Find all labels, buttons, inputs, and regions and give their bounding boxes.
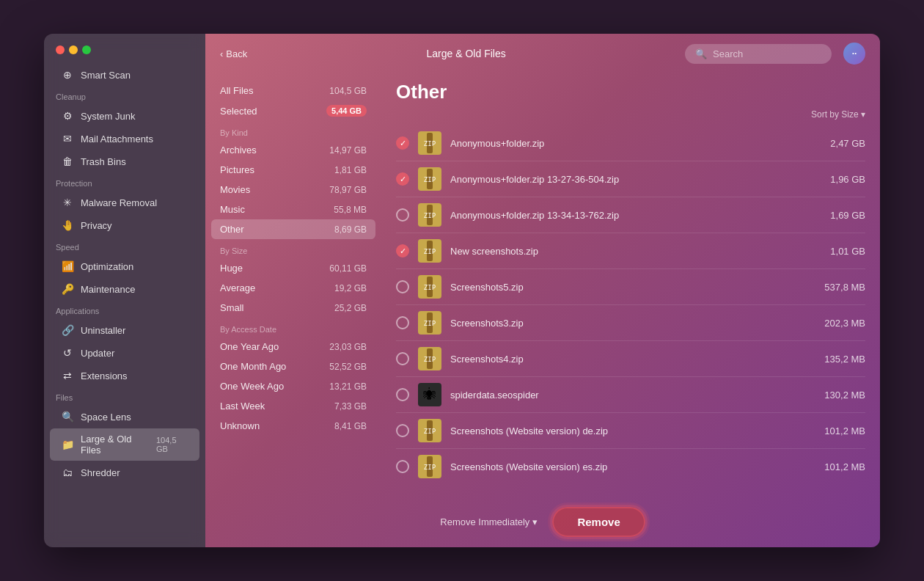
- average-row[interactable]: Average 19,2 GB: [205, 278, 381, 298]
- file-checkbox[interactable]: [396, 136, 409, 150]
- back-button[interactable]: ‹ Back: [220, 48, 247, 59]
- file-size: 101,2 MB: [814, 425, 865, 436]
- sidebar-item-extensions[interactable]: ⇄ Extensions: [50, 365, 199, 387]
- file-checkbox[interactable]: [396, 388, 409, 401]
- file-row[interactable]: 🕷 spiderdata.seospider 130,2 MB: [396, 377, 865, 413]
- sidebar-item-privacy[interactable]: 🤚 Privacy: [50, 214, 199, 236]
- system-junk-icon: ⚙: [62, 110, 73, 122]
- file-row[interactable]: ZIP Screenshots (Website version) es.zip…: [396, 449, 865, 484]
- file-icon: ZIP: [418, 167, 441, 191]
- file-checkbox[interactable]: [396, 172, 409, 186]
- file-checkbox[interactable]: [396, 424, 409, 437]
- left-panel: All Files 104,5 GB Selected 5,44 GB By K…: [205, 73, 381, 497]
- file-name: Screenshots5.zip: [450, 282, 805, 293]
- close-button[interactable]: [56, 45, 65, 54]
- sidebar-item-mail-attachments[interactable]: ✉ Mail Attachments: [50, 128, 199, 150]
- search-input[interactable]: [713, 48, 823, 59]
- file-size: 101,2 MB: [814, 461, 865, 472]
- huge-row[interactable]: Huge 60,11 GB: [205, 258, 381, 278]
- all-files-row[interactable]: All Files 104,5 GB: [205, 81, 381, 101]
- file-checkbox[interactable]: [396, 352, 409, 365]
- sidebar-item-optimization[interactable]: 📶 Optimization: [50, 255, 199, 277]
- archives-row[interactable]: Archives 14,97 GB: [205, 140, 381, 160]
- minimize-button[interactable]: [69, 45, 78, 54]
- file-row[interactable]: ZIP Screenshots5.zip 537,8 MB: [396, 269, 865, 305]
- sidebar-item-system-junk[interactable]: ⚙ System Junk: [50, 105, 199, 127]
- sidebar-item-uninstaller[interactable]: 🔗 Uninstaller: [50, 319, 199, 341]
- sidebar-item-space-lens[interactable]: 🔍 Space Lens: [50, 406, 199, 428]
- sidebar-item-label: Large & Old Files: [81, 434, 149, 456]
- avatar[interactable]: ··: [843, 43, 865, 65]
- last-week-row[interactable]: Last Week 7,33 GB: [205, 396, 381, 416]
- sidebar-item-maintenance[interactable]: 🔑 Maintenance: [50, 278, 199, 300]
- one-month-ago-row[interactable]: One Month Ago 52,52 GB: [205, 357, 381, 376]
- file-icon: ZIP: [418, 131, 441, 155]
- all-files-size: 104,5 GB: [329, 86, 367, 96]
- svg-text:ZIP: ZIP: [424, 320, 436, 327]
- selected-row[interactable]: Selected 5,44 GB: [205, 101, 381, 121]
- category-title: Other: [396, 81, 865, 103]
- svg-text:ZIP: ZIP: [424, 212, 436, 219]
- maximize-button[interactable]: [82, 45, 91, 54]
- unknown-row[interactable]: Unknown 8,41 GB: [205, 416, 381, 436]
- sidebar-item-shredder[interactable]: 🗂 Shredder: [50, 461, 199, 483]
- svg-text:ZIP: ZIP: [424, 428, 436, 435]
- file-checkbox[interactable]: [396, 208, 409, 222]
- avatar-initials: ··: [852, 48, 857, 59]
- remove-immediately-label: Remove Immediately: [440, 516, 529, 527]
- one-year-ago-row[interactable]: One Year Ago 23,03 GB: [205, 337, 381, 357]
- file-row[interactable]: ZIP Screenshots4.zip 135,2 MB: [396, 341, 865, 377]
- file-row[interactable]: ZIP Anonymous+folder.zip 13-34-13-762.zi…: [396, 197, 865, 233]
- extensions-icon: ⇄: [62, 370, 73, 381]
- file-row[interactable]: ZIP Anonymous+folder.zip 2,47 GB: [396, 125, 865, 161]
- file-checkbox[interactable]: [396, 244, 409, 257]
- remove-button[interactable]: Remove: [552, 507, 645, 537]
- file-row[interactable]: ZIP Anonymous+folder.zip 13-27-36-504.zi…: [396, 161, 865, 197]
- music-row[interactable]: Music 55,8 MB: [205, 200, 381, 219]
- folder-icon: 📁: [62, 439, 73, 450]
- file-checkbox[interactable]: [396, 316, 409, 329]
- file-size: 1,69 GB: [814, 210, 865, 221]
- file-row[interactable]: ZIP New screenshots.zip 1,01 GB: [396, 233, 865, 269]
- bottom-bar: Remove Immediately ▾ Remove: [205, 497, 880, 547]
- sidebar-section-applications: Applications: [44, 301, 205, 318]
- sidebar-item-label: Uninstaller: [81, 325, 125, 336]
- small-row[interactable]: Small 25,2 GB: [205, 298, 381, 318]
- sort-label: Sort by Size ▾: [811, 109, 865, 120]
- file-icon: ZIP: [418, 239, 441, 263]
- sort-row[interactable]: Sort by Size ▾: [396, 109, 865, 120]
- optimization-icon: 📶: [62, 260, 73, 272]
- file-icon: ZIP: [418, 419, 441, 442]
- sidebar-item-malware-removal[interactable]: ✳ Malware Removal: [50, 191, 199, 213]
- sidebar-item-label: Malware Removal: [81, 197, 157, 208]
- search-icon: 🔍: [695, 48, 707, 59]
- smart-scan-icon: ⊕: [62, 69, 73, 81]
- sidebar-item-label: Updater: [81, 348, 114, 359]
- file-checkbox[interactable]: [396, 280, 409, 293]
- svg-text:ZIP: ZIP: [424, 140, 436, 147]
- one-week-ago-row[interactable]: One Week Ago 13,21 GB: [205, 376, 381, 396]
- file-checkbox[interactable]: [396, 460, 409, 473]
- remove-immediately-button[interactable]: Remove Immediately ▾: [440, 516, 538, 527]
- file-row[interactable]: ZIP Screenshots3.zip 202,3 MB: [396, 305, 865, 341]
- space-lens-icon: 🔍: [62, 411, 73, 423]
- file-name: Anonymous+folder.zip: [450, 138, 805, 149]
- file-row[interactable]: ZIP Screenshots (Website version) de.zip…: [396, 413, 865, 449]
- uninstaller-icon: 🔗: [62, 324, 73, 336]
- sidebar-item-updater[interactable]: ↺ Updater: [50, 342, 199, 364]
- main-area: ‹ Back Large & Old Files 🔍 ·· All Files …: [205, 34, 880, 547]
- file-icon: ZIP: [418, 311, 441, 335]
- mail-icon: ✉: [62, 133, 73, 145]
- sidebar-item-trash-bins[interactable]: 🗑 Trash Bins: [50, 150, 199, 172]
- search-bar[interactable]: 🔍: [685, 44, 832, 64]
- pictures-row[interactable]: Pictures 1,81 GB: [205, 160, 381, 180]
- sidebar-item-smart-scan[interactable]: ⊕ Smart Scan: [50, 64, 199, 86]
- movies-row[interactable]: Movies 78,97 GB: [205, 180, 381, 200]
- back-label: Back: [226, 48, 247, 59]
- file-size: 135,2 MB: [814, 354, 865, 365]
- sidebar-item-label: Mail Attachments: [81, 134, 153, 145]
- other-row[interactable]: Other 8,69 GB: [211, 219, 375, 239]
- sidebar-item-large-old-files[interactable]: 📁 Large & Old Files 104,5 GB: [50, 428, 199, 461]
- file-icon: ZIP: [418, 275, 441, 299]
- file-name: Anonymous+folder.zip 13-34-13-762.zip: [450, 210, 805, 221]
